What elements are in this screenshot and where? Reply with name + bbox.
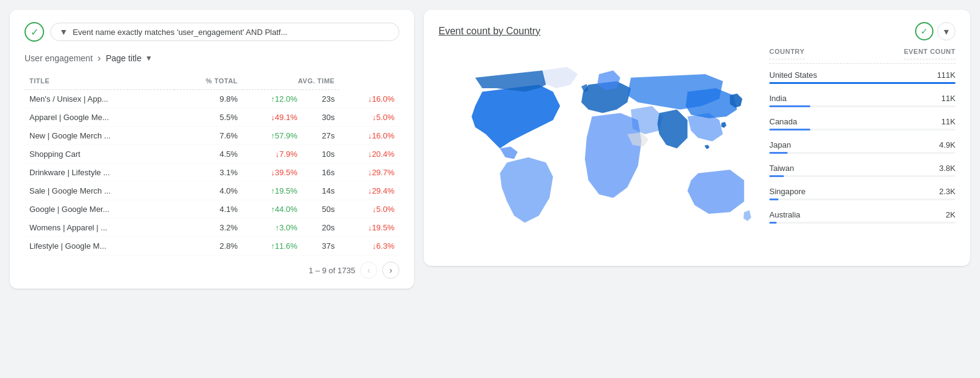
left-panel: ✓ ▼ Event name exactly matches 'user_eng… [10, 10, 414, 289]
country-row: Singapore 2.3K [769, 183, 956, 206]
chart-title-prefix: Event count by [439, 26, 506, 36]
cell-avg-time: 50s [303, 200, 340, 219]
country-count: 3.8K [939, 164, 956, 173]
cell-avg-time: 20s [303, 219, 340, 237]
cell-change: ↓49.1% [243, 108, 303, 127]
country-count: 4.9K [939, 140, 956, 149]
table-row: Men's / Unisex | App... 9.8% ↑12.0% 23s … [24, 90, 399, 108]
country-count: 11K [941, 94, 956, 103]
country-name: Australia [769, 210, 801, 219]
country-bar-fill [769, 129, 810, 130]
table-row: Womens | Apparel | ... 3.2% ↑3.0% 20s ↓1… [24, 219, 399, 237]
cell-title: Apparel | Google Me... [24, 108, 174, 127]
country-name: Canada [769, 117, 797, 126]
cell-avg-change: ↓19.5% [339, 219, 399, 237]
country-bar-bg [769, 198, 956, 200]
country-bar-bg [769, 129, 956, 130]
country-rows: United States 111K India 11K Canada 11K … [769, 66, 956, 229]
country-bar-bg [769, 152, 956, 154]
chevron-right-icon: › [97, 53, 100, 64]
country-row: United States 111K [769, 66, 956, 89]
breadcrumb: User engagement › Page title ▼ [24, 53, 399, 64]
cell-pct: 9.8% [174, 90, 243, 108]
prev-page-button[interactable]: ‹ [360, 262, 377, 279]
cell-avg-change: ↓16.0% [339, 90, 399, 108]
cell-title: Lifestyle | Google M... [24, 237, 174, 255]
col-country-header: COUNTRY [769, 48, 804, 59]
cell-change: ↑44.0% [243, 200, 303, 219]
right-content: COUNTRY EVENT COUNT United States 111K I… [439, 48, 956, 256]
cell-pct: 3.1% [174, 164, 243, 182]
cell-avg-change: ↓29.7% [339, 164, 399, 182]
cell-pct: 4.1% [174, 200, 243, 219]
country-bar-fill [769, 105, 810, 107]
country-bar-fill [769, 82, 956, 84]
table-row: Shopping Cart 4.5% ↓7.9% 10s ↓20.4% [24, 145, 399, 164]
col-avg-time: AVG. TIME [243, 74, 339, 90]
country-row: Australia 2K [769, 206, 956, 229]
country-bar-fill [769, 198, 778, 200]
map-svg [440, 54, 758, 250]
chart-check-icon: ✓ [915, 22, 933, 40]
cell-pct: 5.5% [174, 108, 243, 127]
chart-title-country: Country [506, 26, 540, 36]
cell-title: New | Google Merch ... [24, 127, 174, 145]
cell-avg-time: 16s [303, 164, 340, 182]
country-name: Japan [769, 140, 791, 149]
col-event-count-header: EVENT COUNT [904, 48, 956, 59]
cell-change: ↑19.5% [243, 182, 303, 200]
country-name: Taiwan [769, 164, 794, 173]
cell-change: ↓7.9% [243, 145, 303, 164]
country-bar-bg [769, 175, 956, 177]
country-row: Taiwan 3.8K [769, 159, 956, 183]
cell-title: Google | Google Mer... [24, 200, 174, 219]
filter-text: Event name exactly matches 'user_engagem… [73, 28, 287, 37]
breadcrumb-parent[interactable]: User engagement [24, 53, 92, 63]
country-row: Canada 11K [769, 113, 956, 136]
cell-title: Drinkware | Lifestyle ... [24, 164, 174, 182]
breadcrumb-current[interactable]: Page title ▼ [106, 53, 153, 63]
cell-change: ↑12.0% [243, 90, 303, 108]
country-name: United States [769, 70, 817, 80]
cell-avg-time: 27s [303, 127, 340, 145]
country-bar-bg [769, 82, 956, 84]
cell-avg-time: 10s [303, 145, 340, 164]
country-table: COUNTRY EVENT COUNT United States 111K I… [760, 48, 956, 256]
right-panel: Event count by Country ✓ ▾ [424, 10, 970, 266]
header-actions: ✓ ▾ [915, 22, 956, 40]
filter-funnel-icon: ▼ [59, 27, 68, 37]
country-count: 2K [946, 210, 956, 219]
country-count: 2.3K [939, 187, 956, 196]
cell-pct: 2.8% [174, 237, 243, 255]
country-name: India [769, 94, 786, 103]
chart-title: Event count by Country [439, 26, 540, 37]
country-table-headers: COUNTRY EVENT COUNT [769, 48, 956, 64]
filter-pill[interactable]: ▼ Event name exactly matches 'user_engag… [50, 23, 399, 41]
country-count: 11K [941, 117, 956, 126]
cell-change: ↑57.9% [243, 127, 303, 145]
cell-avg-time: 37s [303, 237, 340, 255]
country-row: India 11K [769, 89, 956, 113]
chart-dropdown-button[interactable]: ▾ [937, 22, 956, 40]
country-bar-bg [769, 105, 956, 107]
cell-avg-change: ↓29.4% [339, 182, 399, 200]
country-bar-fill [769, 222, 777, 224]
cell-avg-change: ↓16.0% [339, 127, 399, 145]
cell-pct: 4.5% [174, 145, 243, 164]
breadcrumb-current-label: Page title [106, 53, 141, 63]
cell-avg-change: ↓5.0% [339, 108, 399, 127]
filter-row: ✓ ▼ Event name exactly matches 'user_eng… [24, 22, 399, 42]
pagination-row: 1 – 9 of 1735 ‹ › [24, 262, 399, 279]
cell-title: Shopping Cart [24, 145, 174, 164]
next-page-button[interactable]: › [382, 262, 399, 279]
cell-pct: 7.6% [174, 127, 243, 145]
right-header: Event count by Country ✓ ▾ [439, 22, 956, 40]
table-row: New | Google Merch ... 7.6% ↑57.9% 27s ↓… [24, 127, 399, 145]
page-title-table: TITLE % TOTAL AVG. TIME Men's / Unisex |… [24, 74, 399, 255]
cell-avg-time: 23s [303, 90, 340, 108]
country-count: 111K [937, 70, 956, 80]
cell-title: Men's / Unisex | App... [24, 90, 174, 108]
cell-pct: 3.2% [174, 219, 243, 237]
col-title: TITLE [24, 74, 174, 90]
filter-check-icon: ✓ [24, 22, 44, 42]
